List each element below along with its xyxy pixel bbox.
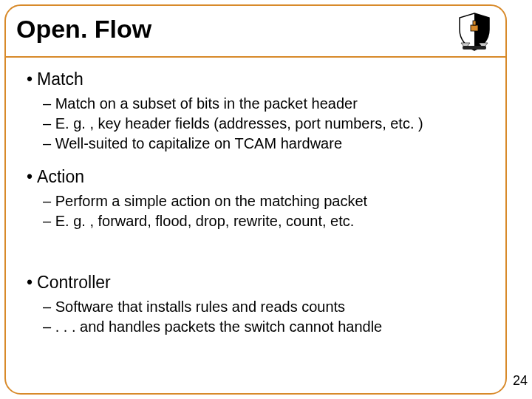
bullet-heading: •Match — [27, 69, 489, 89]
slide-frame: Open. Flow •Match Match on a subset of b… — [4, 4, 507, 395]
princeton-logo-icon — [454, 10, 495, 55]
slide-title: Open. Flow — [16, 15, 151, 44]
bullet-heading-text: Action — [37, 167, 84, 186]
spacer — [27, 245, 489, 273]
section-action: •Action Perform a simple action on the m… — [27, 167, 489, 231]
sub-bullet: E. g. , key header fields (addresses, po… — [43, 114, 489, 134]
bullet-heading: •Action — [27, 167, 489, 187]
sub-bullets: Match on a subset of bits in the packet … — [27, 94, 489, 154]
sub-bullets: Software that installs rules and reads c… — [27, 297, 489, 337]
sub-bullets: Perform a simple action on the matching … — [27, 191, 489, 231]
section-match: •Match Match on a subset of bits in the … — [27, 69, 489, 154]
sub-bullet: Software that installs rules and reads c… — [43, 297, 489, 317]
svg-rect-2 — [463, 46, 486, 50]
sub-bullet: . . . and handles packets the switch can… — [43, 317, 489, 337]
svg-rect-0 — [471, 25, 478, 31]
header: Open. Flow — [6, 6, 505, 58]
page-number: 24 — [513, 373, 528, 389]
bullet-heading-text: Match — [37, 69, 83, 89]
svg-rect-1 — [473, 21, 476, 25]
section-controller: •Controller Software that installs rules… — [27, 273, 489, 337]
sub-bullet: Match on a subset of bits in the packet … — [43, 94, 489, 114]
slide-body: •Match Match on a subset of bits in the … — [6, 58, 505, 337]
bullet-heading: •Controller — [27, 273, 489, 293]
sub-bullet: Perform a simple action on the matching … — [43, 191, 489, 211]
sub-bullet: Well-suited to capitalize on TCAM hardwa… — [43, 134, 489, 154]
sub-bullet: E. g. , forward, flood, drop, rewrite, c… — [43, 211, 489, 231]
bullet-heading-text: Controller — [37, 273, 111, 292]
